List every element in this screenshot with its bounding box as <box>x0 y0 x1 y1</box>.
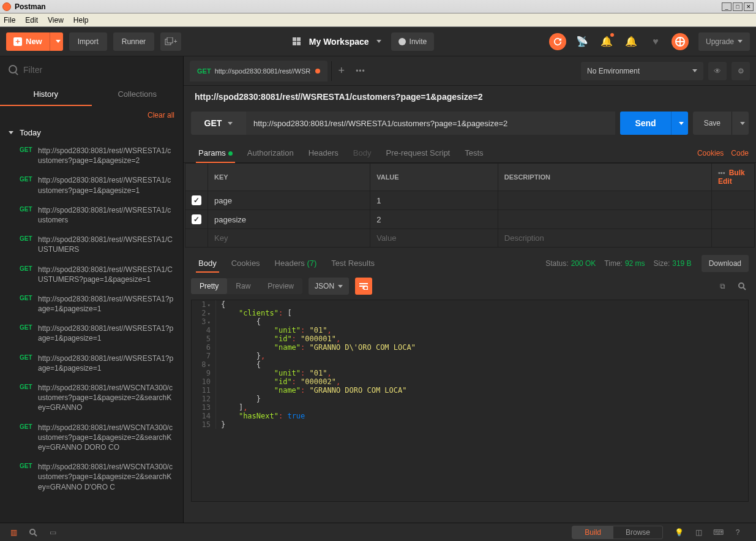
history-item[interactable]: GEThttp://spod2830:8081/rest//WSRESTA1?p… <box>0 289 183 319</box>
tab-tests[interactable]: Tests <box>457 143 490 162</box>
import-button[interactable]: Import <box>69 32 107 51</box>
wrap-lines-icon[interactable] <box>355 278 372 295</box>
view-preview[interactable]: Preview <box>259 278 302 294</box>
sidebar-toggle-icon[interactable]: ▥ <box>6 525 21 540</box>
history-item[interactable]: GEThttp://spod2830:8081/rest//WSRESTA1/c… <box>0 141 183 170</box>
tab-authorization[interactable]: Authorization <box>240 143 301 162</box>
invite-button[interactable]: Invite <box>391 32 435 51</box>
send-dropdown[interactable] <box>671 112 688 135</box>
main-content: GET http://spod2830:8081/rest//WSR + •••… <box>184 56 756 523</box>
close-button[interactable]: ✕ <box>744 2 754 11</box>
method-selector[interactable]: GET <box>191 112 246 135</box>
new-window-button[interactable]: + <box>160 32 181 51</box>
save-button[interactable]: Save <box>693 112 732 135</box>
resp-tab-body[interactable]: Body <box>191 254 224 273</box>
sidebar-tab-history[interactable]: History <box>0 83 92 106</box>
upgrade-button[interactable]: Upgrade <box>698 32 750 51</box>
history-item[interactable]: GEThttp://spod2830:8081/rest//WSRESTA1/c… <box>0 200 183 230</box>
response-body[interactable]: 1▾{2▾ "clients": [3▾ {4 "unit": "01",5 "… <box>191 300 749 502</box>
environment-selector[interactable]: No Environment <box>581 62 703 80</box>
history-item[interactable]: GEThttp://spod2830:8081/rest/WSCNTA300/c… <box>0 418 183 458</box>
tab-body[interactable]: Body <box>346 143 379 162</box>
tab-headers[interactable]: Headers <box>301 143 346 162</box>
window-title: Postman <box>15 2 720 11</box>
params-table: KEY VALUE DESCRIPTION ••• Bulk Edit ✓pag… <box>185 163 755 248</box>
resp-tab-testresults[interactable]: Test Results <box>324 254 382 273</box>
url-input[interactable] <box>246 112 615 135</box>
add-tab-button[interactable]: + <box>331 61 351 81</box>
search-response-icon[interactable] <box>735 279 749 293</box>
maximize-button[interactable]: □ <box>733 2 743 11</box>
build-browse-toggle[interactable]: Build Browse <box>572 526 663 539</box>
filter-input[interactable] <box>9 62 174 77</box>
format-selector[interactable]: JSON <box>309 278 349 295</box>
param-row-empty[interactable]: KeyValueDescription <box>185 229 755 248</box>
menu-help[interactable]: Help <box>73 16 89 25</box>
chevron-down-icon <box>9 131 13 134</box>
params-active-dot <box>228 151 233 156</box>
build-tab[interactable]: Build <box>572 526 613 539</box>
svg-point-3 <box>739 283 744 288</box>
workspace-selector[interactable]: My Workspace <box>309 37 369 47</box>
history-item[interactable]: GEThttp://spod2830:8081/rest//WSRESTA1/C… <box>0 230 183 259</box>
sidebar-tab-collections[interactable]: Collections <box>92 83 184 106</box>
checkbox-icon[interactable]: ✓ <box>192 214 201 224</box>
save-dropdown[interactable] <box>732 112 749 135</box>
download-button[interactable]: Download <box>702 255 749 272</box>
send-button[interactable]: Send <box>620 112 670 135</box>
runner-button[interactable]: Runner <box>113 32 154 51</box>
view-raw[interactable]: Raw <box>227 278 259 294</box>
bell-icon[interactable]: 🔔 <box>623 33 640 50</box>
view-pretty[interactable]: Pretty <box>191 278 227 294</box>
history-item[interactable]: GEThttp://spod2830:8081/rest//WSRESTA1/c… <box>0 170 183 200</box>
history-item[interactable]: GEThttp://spod2830:8081/rest/WSCNTA300/c… <box>0 378 183 418</box>
heart-icon[interactable]: ♥ <box>647 33 664 50</box>
menu-file[interactable]: File <box>4 16 15 25</box>
history-item[interactable]: GEThttp://spod2830:8081/rest//WSRESTA1/C… <box>0 260 183 289</box>
menu-edit[interactable]: Edit <box>25 16 38 25</box>
cookies-link[interactable]: Cookies <box>697 149 724 157</box>
search-icon <box>9 65 17 74</box>
console-icon[interactable]: ▭ <box>45 525 60 540</box>
person-icon <box>399 38 406 45</box>
resp-tab-headers[interactable]: Headers (7) <box>268 254 324 273</box>
param-row[interactable]: ✓pagesize2 <box>185 210 755 229</box>
new-button[interactable]: +New <box>6 32 50 51</box>
browse-tab[interactable]: Browse <box>613 526 662 539</box>
env-preview-icon[interactable]: 👁 <box>708 62 727 80</box>
size-value: 319 B <box>672 259 691 268</box>
shortcuts-icon[interactable]: ⌨ <box>711 525 725 540</box>
history-item[interactable]: GEThttp://spod2830:8081/rest//WSRESTA1?p… <box>0 319 183 348</box>
satellite-icon[interactable]: 📡 <box>574 33 591 50</box>
history-section-today[interactable]: Today <box>0 124 183 141</box>
params-key-header: KEY <box>208 164 370 191</box>
svg-rect-1 <box>167 37 173 43</box>
settings-icon[interactable]: ⚙ <box>732 62 750 80</box>
tab-prerequest[interactable]: Pre-request Script <box>378 143 457 162</box>
param-row[interactable]: ✓page1 <box>185 191 755 210</box>
checkbox-icon[interactable]: ✓ <box>192 195 201 205</box>
user-avatar[interactable] <box>672 33 689 50</box>
sidebar: History Collections Clear all Today GETh… <box>0 56 184 523</box>
code-link[interactable]: Code <box>731 149 749 157</box>
find-icon[interactable] <box>26 525 40 540</box>
clear-all-link[interactable]: Clear all <box>0 106 183 124</box>
new-dropdown[interactable] <box>50 32 63 51</box>
history-item[interactable]: GEThttp://spod2830:8081/rest/WSCNTA300/c… <box>0 457 183 497</box>
minimize-button[interactable]: _ <box>722 2 732 11</box>
tab-options-icon[interactable]: ••• <box>356 67 365 75</box>
resp-tab-cookies[interactable]: Cookies <box>224 254 268 273</box>
copy-icon[interactable]: ⧉ <box>716 279 729 293</box>
menu-view[interactable]: View <box>48 16 64 25</box>
request-tab[interactable]: GET http://spod2830:8081/rest//WSR <box>190 61 327 81</box>
tip-icon[interactable]: 💡 <box>672 525 686 540</box>
help-icon[interactable]: ? <box>730 525 745 540</box>
history-item[interactable]: GEThttp://spod2830:8081/rest//WSRESTA1?p… <box>0 349 183 378</box>
notification-bell-icon[interactable]: 🔔 <box>598 33 615 50</box>
two-pane-icon[interactable]: ◫ <box>691 525 706 540</box>
history-list: GEThttp://spod2830:8081/rest//WSRESTA1/c… <box>0 141 183 523</box>
top-toolbar: +New Import Runner + My Workspace Invite… <box>0 27 756 56</box>
menu-bar: File Edit View Help <box>0 13 756 27</box>
tab-params[interactable]: Params <box>191 143 240 162</box>
sync-icon[interactable] <box>549 33 566 50</box>
